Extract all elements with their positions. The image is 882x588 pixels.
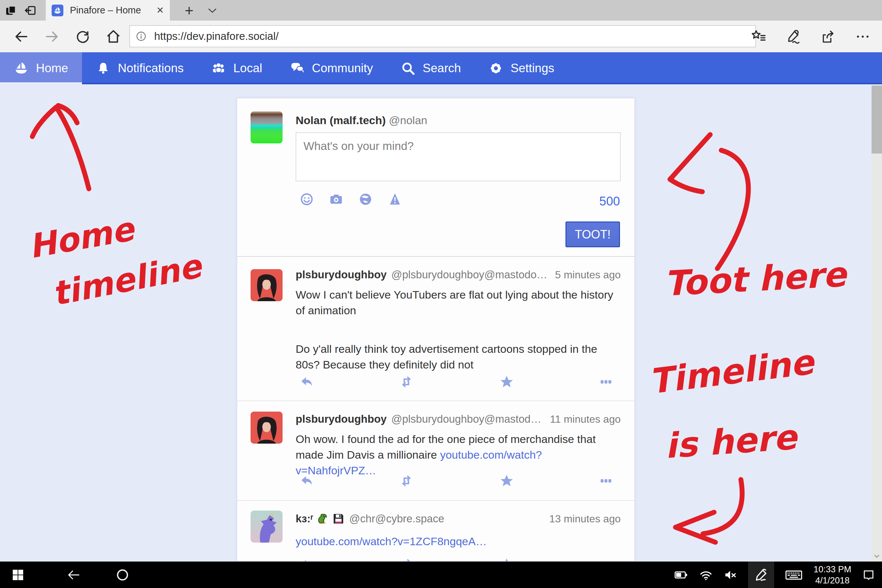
toot-content: Oh wow. I found the ad for the one piece…	[296, 431, 621, 478]
toot-avatar[interactable]	[250, 511, 283, 543]
privacy-globe-icon[interactable]	[358, 192, 373, 207]
favorite-star-icon[interactable]	[499, 473, 514, 488]
scrollbar-down-arrow-icon[interactable]	[872, 552, 881, 560]
windows-ink-pen-icon[interactable]	[748, 561, 774, 588]
favorites-hub-icon[interactable]	[751, 28, 767, 45]
action-center-icon[interactable]	[861, 567, 876, 582]
battery-icon[interactable]	[674, 567, 688, 582]
toot-username[interactable]: kз:ʳ	[296, 513, 313, 525]
site-info-icon[interactable]	[135, 30, 147, 42]
boost-icon[interactable]	[399, 374, 414, 389]
more-options-icon[interactable]	[598, 374, 614, 389]
people-icon	[211, 61, 226, 76]
taskbar-back-button[interactable]	[56, 561, 92, 588]
more-options-icon[interactable]	[598, 473, 614, 488]
page-content: Nolan (malf.tech) @nolan	[0, 84, 882, 561]
toot-handle[interactable]: @plsburydoughboy@mastodon.s…	[392, 413, 544, 425]
nav-label-local: Local	[233, 62, 262, 75]
emoji-picker-icon[interactable]	[299, 192, 314, 207]
search-icon	[400, 61, 416, 76]
nav-item-local[interactable]: Local	[197, 52, 276, 84]
favorite-star-icon[interactable]	[499, 374, 514, 389]
taskbar-clock[interactable]: 10:33 PM 4/1/2018	[813, 564, 851, 586]
nav-label-search: Search	[423, 62, 461, 75]
toot-item-3: kз:ʳ @chr@cybre.space 13 minutes	[237, 501, 634, 561]
toot-username[interactable]: plsburydoughboy	[296, 268, 387, 281]
touch-keyboard-icon[interactable]	[784, 567, 804, 582]
tab-title: Pinafore – Home	[70, 5, 153, 16]
wifi-icon[interactable]	[698, 567, 714, 582]
restore-tabs-icon[interactable]	[22, 3, 38, 18]
bell-icon	[96, 61, 111, 76]
toot-avatar[interactable]	[250, 269, 283, 301]
toot-submit-button[interactable]: TOOT!	[566, 222, 620, 247]
nav-item-home[interactable]: Home	[0, 52, 82, 84]
compose-avatar	[250, 111, 283, 143]
nav-item-search[interactable]: Search	[387, 52, 475, 84]
forward-icon[interactable]	[44, 28, 60, 45]
refresh-icon[interactable]	[75, 28, 91, 45]
nav-item-notifications[interactable]: Notifications	[82, 52, 198, 84]
sailboat-icon	[14, 61, 29, 76]
set-tabs-aside-icon[interactable]	[3, 3, 19, 18]
toot-timestamp[interactable]: 13 minutes ago	[543, 513, 621, 525]
reply-icon[interactable]	[299, 557, 314, 561]
share-icon[interactable]	[820, 28, 836, 45]
more-options-icon[interactable]	[598, 557, 614, 561]
volume-muted-icon[interactable]	[723, 567, 738, 582]
nav-label-home: Home	[36, 62, 68, 75]
compose-account-name: Nolan (malf.tech) @nolan	[296, 114, 427, 127]
back-icon[interactable]	[13, 28, 29, 45]
toot-handle[interactable]: @plsburydoughboy@mastodon.so…	[392, 268, 549, 281]
scrollbar-track[interactable]	[872, 84, 882, 561]
more-actions-icon[interactable]	[855, 28, 871, 45]
browser-tab-pinafore[interactable]: Pinafore – Home ✕	[46, 0, 170, 21]
toot-avatar[interactable]	[250, 412, 283, 444]
attach-media-icon[interactable]	[328, 192, 344, 207]
pinafore-favicon	[52, 4, 63, 16]
boost-icon[interactable]	[399, 557, 414, 561]
toot-timestamp[interactable]: 11 minutes ago	[544, 413, 621, 425]
toot-paragraph: Wow I can't believe YouTubers are flat o…	[296, 287, 621, 318]
compose-handle: @nolan	[389, 114, 427, 126]
pinafore-nav-bar: Home Notifications Local	[0, 52, 882, 84]
browser-toolbar: https://dev.pinafore.social/	[0, 21, 882, 52]
toot-link[interactable]: youtube.com/watch?v=1ZCF8ngqeA…	[296, 535, 487, 548]
nav-item-settings[interactable]: Settings	[475, 52, 568, 84]
nav-item-community[interactable]: Community	[276, 52, 387, 84]
new-tab-button[interactable]: +	[179, 0, 199, 21]
windows-taskbar: 10:33 PM 4/1/2018	[0, 561, 882, 588]
taskbar-date: 4/1/2018	[813, 575, 851, 586]
nav-label-community: Community	[312, 62, 373, 75]
content-warning-icon[interactable]	[387, 192, 402, 207]
floppy-disk-emoji	[332, 513, 345, 525]
gear-icon	[488, 61, 503, 76]
start-button[interactable]	[0, 561, 36, 588]
char-remaining-count: 500	[599, 194, 620, 208]
taskbar-time: 10:33 PM	[813, 564, 851, 575]
address-bar[interactable]: https://dev.pinafore.social/	[129, 25, 756, 47]
web-note-pen-icon[interactable]	[785, 28, 802, 45]
cortana-button[interactable]	[105, 561, 141, 588]
screen: Pinafore – Home ✕ +	[0, 0, 882, 588]
compose-input[interactable]	[296, 132, 621, 181]
home-icon[interactable]	[105, 28, 122, 45]
tab-close-icon[interactable]: ✕	[156, 5, 164, 16]
compose-box: Nolan (malf.tech) @nolan	[237, 98, 634, 257]
url-text[interactable]: https://dev.pinafore.social/	[154, 30, 279, 42]
toot-item-1: plsburydoughboy @plsburydoughboy@mastodo…	[237, 257, 634, 401]
toot-username[interactable]: plsburydoughboy	[296, 413, 387, 425]
toot-timestamp[interactable]: 5 minutes ago	[549, 269, 621, 281]
dragon-emoji	[316, 513, 329, 525]
boost-icon[interactable]	[399, 473, 414, 488]
toot-handle[interactable]: @chr@cybre.space	[349, 513, 444, 525]
compose-display-name: Nolan (malf.tech)	[296, 114, 386, 126]
scrollbar-thumb[interactable]	[872, 86, 882, 153]
reply-icon[interactable]	[299, 374, 314, 389]
toot-item-2: plsburydoughboy @plsburydoughboy@mastodo…	[237, 401, 634, 501]
tab-list-chevron-icon[interactable]	[203, 0, 222, 21]
favorite-star-icon[interactable]	[499, 557, 514, 561]
toot-paragraph: Do y'all really think toy advertisement …	[296, 341, 621, 372]
reply-icon[interactable]	[299, 473, 314, 488]
chat-bubbles-icon	[290, 61, 305, 76]
